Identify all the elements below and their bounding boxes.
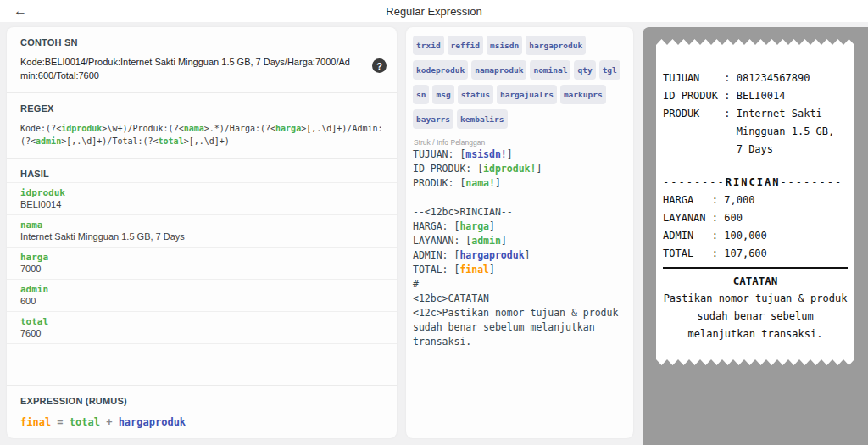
chip-bayarrs[interactable]: bayarrs xyxy=(413,109,453,129)
chip-hargajualrs[interactable]: hargajualrs xyxy=(497,85,557,104)
hasil-value: 7000 xyxy=(20,264,383,274)
template-line: ID PRODUK: [idproduk!] xyxy=(413,162,626,176)
receipt-divider xyxy=(663,267,848,269)
regex-input[interactable]: Kode:(?<idproduk>\w+)/Produk:(?<nama>.*)… xyxy=(20,122,383,147)
hasil-row: namaInternet Sakti Mingguan 1.5 GB, 7 Da… xyxy=(7,214,397,247)
help-icon[interactable]: ? xyxy=(372,58,387,73)
chip-markuprs[interactable]: markuprs xyxy=(560,85,606,104)
hasil-key: idproduk xyxy=(20,187,383,198)
hasil-label: HASIL xyxy=(20,169,383,179)
spacer xyxy=(7,344,397,385)
expression-section: EXPRESSION (RUMUS) final = total + harga… xyxy=(7,386,397,438)
template-editor[interactable]: TUJUAN: [msisdn!]ID PRODUK: [idproduk!]P… xyxy=(412,147,627,349)
template-line xyxy=(413,191,626,205)
chip-kembalirs[interactable]: kembalirs xyxy=(457,109,507,129)
chip-reffid[interactable]: reffid xyxy=(448,36,483,55)
contoh-sn-label: CONTOH SN xyxy=(20,37,383,47)
template-line: <12c>Pastikan nomor tujuan & produk suda… xyxy=(413,306,626,349)
app-bar: ← Regular Expression xyxy=(0,0,868,22)
hasil-value: 600 xyxy=(20,296,383,306)
hasil-row: idprodukBELI0014 xyxy=(7,182,397,214)
hasil-value: 7600 xyxy=(20,328,383,338)
receipt-catatan-text: Pastikan nomor tujuan & produk sudah ben… xyxy=(663,290,848,343)
template-label: Struk / Info Pelanggan xyxy=(414,138,627,147)
template-line: <12bc>CATATAN xyxy=(413,292,626,306)
regex-label: REGEX xyxy=(20,103,383,114)
chip-msg[interactable]: msg xyxy=(432,85,453,104)
receipt-torn-edge-top xyxy=(656,39,854,47)
hasil-row: total7600 xyxy=(7,311,397,344)
chip-kodeproduk[interactable]: kodeproduk xyxy=(413,60,468,80)
contoh-sn-input[interactable]: Kode:BELI0014/Produk:Internet Sakti Ming… xyxy=(20,55,383,82)
hasil-row: harga7000 xyxy=(7,247,397,279)
template-line: PRODUK: [nama!] xyxy=(413,176,626,191)
page-title: Regular Expression xyxy=(386,5,481,18)
receipt: TUJUAN : 081234567890 ID PRODUK : BELI00… xyxy=(656,39,854,365)
hasil-value: BELI0014 xyxy=(20,199,383,209)
regex-config-card: CONTOH SN Kode:BELI0014/Produk:Internet … xyxy=(7,27,397,438)
hasil-list: idprodukBELI0014namaInternet Sakti Mingg… xyxy=(7,182,397,344)
help-glyph: ? xyxy=(376,61,382,71)
hasil-key: admin xyxy=(20,284,383,295)
hasil-section: HASIL xyxy=(7,159,397,182)
chip-msisdn[interactable]: msisdn xyxy=(487,36,522,55)
main-content: CONTOH SN Kode:BELI0014/Produk:Internet … xyxy=(0,22,868,440)
hasil-key: nama xyxy=(20,220,383,231)
rincian-dashes-left: -------- xyxy=(663,176,726,188)
hasil-key: harga xyxy=(20,252,383,263)
hasil-key: total xyxy=(20,316,383,327)
receipt-paper: TUJUAN : 081234567890 ID PRODUK : BELI00… xyxy=(656,47,854,357)
receipt-catatan-title: CATATAN xyxy=(663,272,848,290)
receipt-rincian-header: --------RINCIAN-------- xyxy=(663,174,848,192)
receipt-info: TUJUAN : 081234567890 ID PRODUK : BELI00… xyxy=(663,70,848,159)
template-card: trxidreffidmsisdnhargaprodukkodeprodukna… xyxy=(406,27,633,438)
expression-input[interactable]: final = total + hargaproduk xyxy=(20,416,383,428)
chip-sn[interactable]: sn xyxy=(413,85,429,104)
chip-nominal[interactable]: nominal xyxy=(530,60,570,80)
regex-section: REGEX Kode:(?<idproduk>\w+)/Produk:(?<na… xyxy=(7,93,397,158)
expression-label: EXPRESSION (RUMUS) xyxy=(20,396,383,406)
chip-tgl[interactable]: tgl xyxy=(599,60,620,80)
template-line: HARGA: [harga] xyxy=(413,220,626,234)
chip-namaproduk[interactable]: namaproduk xyxy=(471,60,526,80)
rincian-dashes-right: -------- xyxy=(780,176,843,188)
back-button[interactable]: ← xyxy=(7,0,34,22)
receipt-details: HARGA : 7,000 LAYANAN : 600 ADMIN : 100,… xyxy=(663,192,848,263)
receipt-torn-edge-bottom xyxy=(656,357,854,365)
chip-status[interactable]: status xyxy=(458,85,493,104)
contoh-sn-section: CONTOH SN Kode:BELI0014/Produk:Internet … xyxy=(7,27,397,92)
hasil-row: admin600 xyxy=(7,279,397,311)
template-line: TOTAL: [final] xyxy=(413,263,626,277)
chip-trxid[interactable]: trxid xyxy=(413,36,444,55)
chip-hargaproduk[interactable]: hargaproduk xyxy=(526,36,586,55)
template-line: LAYANAN: [admin] xyxy=(413,234,626,248)
hasil-value: Internet Sakti Mingguan 1.5 GB, 7 Days xyxy=(20,231,383,242)
template-line: --<12bc>RINCIAN-- xyxy=(413,205,626,220)
template-line: # xyxy=(413,277,626,292)
template-line: TUJUAN: [msisdn!] xyxy=(413,147,626,162)
chip-qty[interactable]: qty xyxy=(574,60,595,80)
rincian-title: RINCIAN xyxy=(726,176,781,188)
receipt-preview-panel: TUJUAN : 081234567890 ID PRODUK : BELI00… xyxy=(643,27,868,445)
template-line: ADMIN: [hargaproduk] xyxy=(413,248,626,263)
variable-chips: trxidreffidmsisdnhargaprodukkodeprodukna… xyxy=(412,34,627,131)
